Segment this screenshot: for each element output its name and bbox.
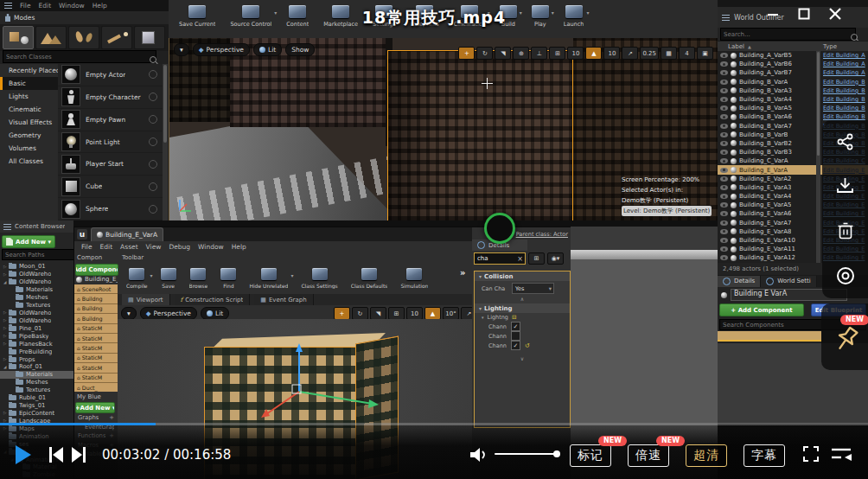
- viewport-menu-arrow[interactable]: ▾: [174, 43, 189, 56]
- folder-row[interactable]: Textures: [0, 386, 73, 394]
- reset-icon[interactable]: ↺: [525, 342, 530, 349]
- download-icon[interactable]: [835, 176, 855, 195]
- bp-toolbar-button[interactable]: ▾ Find: [219, 268, 238, 289]
- scale-tool-icon[interactable]: ◥: [495, 47, 511, 60]
- visibility-eye-icon[interactable]: [720, 185, 728, 190]
- edit-type-link[interactable]: Edit Building_B: [823, 79, 866, 86]
- camera-speed-icon[interactable]: ▦: [661, 47, 677, 60]
- search-classes-input[interactable]: [3, 50, 156, 63]
- folder-row[interactable]: ▷ Moon_01: [0, 263, 73, 271]
- minimize-icon[interactable]: [766, 7, 780, 21]
- component-row[interactable]: StaticM: [74, 324, 118, 334]
- visibility-eye-icon[interactable]: [720, 158, 728, 163]
- search-paths-input[interactable]: [2, 249, 76, 260]
- clear-search-icon[interactable]: ×: [517, 255, 523, 263]
- menu-item[interactable]: Edit: [100, 243, 113, 251]
- folder-row[interactable]: ▷ PlanesBack: [0, 340, 73, 348]
- folder-row[interactable]: Twigs_01: [0, 402, 73, 410]
- edit-type-link[interactable]: Edit Building_A: [823, 69, 866, 76]
- move-tool-icon[interactable]: +: [334, 307, 350, 320]
- volume-slider[interactable]: [495, 453, 557, 455]
- view-options-icon[interactable]: ◉▾: [547, 252, 564, 265]
- place-actor-item[interactable]: Sphere: [58, 198, 163, 220]
- category-item[interactable]: Cinematic: [0, 103, 58, 116]
- menu-item[interactable]: Help: [232, 243, 246, 251]
- tab-details[interactable]: Details: [718, 276, 761, 287]
- selected-building[interactable]: [387, 50, 573, 220]
- my-blueprint-header[interactable]: My Blue: [74, 392, 120, 401]
- lit-button[interactable]: Lit: [253, 43, 282, 56]
- modes-tab[interactable]: Modes: [0, 11, 169, 24]
- grid-snap-value[interactable]: 10: [567, 47, 584, 60]
- lighting-section-header[interactable]: Lighting: [475, 303, 570, 313]
- collision-section-header[interactable]: Collision: [475, 271, 570, 281]
- component-row[interactable]: StaticM: [74, 354, 118, 363]
- toolbar-button[interactable]: ▾ Source Control: [228, 5, 273, 28]
- edit-type-link[interactable]: Edit Building_A: [823, 52, 866, 59]
- folder-row[interactable]: ▷ OldWareho: [0, 310, 73, 317]
- visibility-eye-icon[interactable]: [720, 114, 728, 119]
- trash-icon[interactable]: [836, 220, 855, 241]
- visibility-eye-icon[interactable]: [720, 211, 728, 216]
- toolbar-button[interactable]: ▾ Marketplace: [322, 5, 360, 28]
- category-item[interactable]: Visual Effects: [0, 116, 58, 129]
- grid-snap-icon[interactable]: ⊞: [388, 307, 405, 320]
- angle-snap-icon[interactable]: ▲: [585, 47, 602, 60]
- scale-tool-icon[interactable]: ◥: [370, 307, 386, 320]
- menu-item[interactable]: Debug: [169, 243, 190, 251]
- lighting-sub-row[interactable]: ▾Lightng⊟: [475, 313, 570, 322]
- checkbox[interactable]: [511, 331, 520, 341]
- edit-type-link[interactable]: Edit Building_B: [823, 96, 866, 103]
- mb-add-new-button[interactable]: +Add New ▾: [75, 402, 115, 413]
- components-tab[interactable]: Compon: [74, 252, 120, 263]
- volume-icon[interactable]: [469, 445, 489, 464]
- outliner-row[interactable]: Building_A_VarB5 Edit Building_A: [718, 51, 868, 60]
- folder-row[interactable]: Meshes: [0, 379, 73, 386]
- mode-tool-icon[interactable]: [3, 26, 34, 49]
- menu-item[interactable]: Help: [93, 2, 107, 10]
- visibility-eye-icon[interactable]: [720, 141, 728, 146]
- menu-item[interactable]: Window: [198, 243, 224, 251]
- add-new-button[interactable]: Add New ▾: [2, 235, 55, 248]
- can-cha-dropdown[interactable]: Yes▾: [512, 283, 554, 294]
- visibility-eye-icon[interactable]: [720, 150, 728, 155]
- visibility-eye-icon[interactable]: [720, 132, 728, 137]
- next-button[interactable]: [71, 446, 86, 463]
- category-item[interactable]: All Classes: [0, 155, 58, 168]
- viewport-menu-arrow[interactable]: ▾: [121, 307, 137, 320]
- column-type[interactable]: Type: [823, 43, 837, 50]
- menu-item[interactable]: Edit: [39, 2, 52, 10]
- mode-tool-icon[interactable]: [101, 26, 132, 49]
- bp-toolbar-button[interactable]: ▾ Simulation: [399, 268, 430, 289]
- mark-button[interactable]: 标记: [570, 444, 611, 467]
- mode-tool-icon[interactable]: [68, 26, 99, 49]
- show-button[interactable]: Show: [285, 43, 315, 56]
- bp-lit-button[interactable]: Lit: [201, 307, 229, 320]
- bp-toolbar-button[interactable]: ▾ Browse: [188, 268, 210, 289]
- outliner-row[interactable]: Building_A_VarB7 Edit Building_A: [718, 68, 868, 77]
- surface-snap-icon[interactable]: ⊥: [531, 47, 547, 60]
- menu-item[interactable]: Asset: [120, 243, 138, 251]
- folder-row[interactable]: ◢ Roof_01: [0, 363, 73, 371]
- visibility-eye-icon[interactable]: [720, 202, 728, 208]
- outliner-row[interactable]: Building_B_VarA4 Edit Building_B: [718, 95, 868, 104]
- perspective-button[interactable]: ◆Perspective: [193, 43, 250, 56]
- column-label[interactable]: Label: [718, 43, 744, 50]
- menu-item[interactable]: Window: [59, 2, 85, 10]
- volume-knob[interactable]: [553, 450, 560, 457]
- place-actor-item[interactable]: Cube: [58, 176, 163, 198]
- rotate-tool-icon[interactable]: ↻: [352, 307, 368, 320]
- modes-scrollbar[interactable]: [163, 64, 168, 220]
- outliner-row[interactable]: Building_B_VarA5 Edit Building_B: [718, 104, 868, 112]
- playlist-icon[interactable]: [830, 445, 852, 463]
- maximize-icon[interactable]: [797, 7, 811, 21]
- place-actor-item[interactable]: Empty Pawn: [58, 109, 163, 131]
- visibility-eye-icon[interactable]: [720, 80, 728, 85]
- folder-row[interactable]: ▷ Pine_01: [0, 324, 73, 332]
- visibility-eye-icon[interactable]: [720, 229, 728, 234]
- angle-snap-value[interactable]: 10°: [443, 307, 459, 320]
- component-row[interactable]: Buildng: [74, 304, 118, 314]
- component-row[interactable]: StaticM: [74, 363, 118, 373]
- edit-type-link[interactable]: Edit Building_B: [823, 105, 866, 112]
- folder-row[interactable]: Ruble_01: [0, 394, 73, 402]
